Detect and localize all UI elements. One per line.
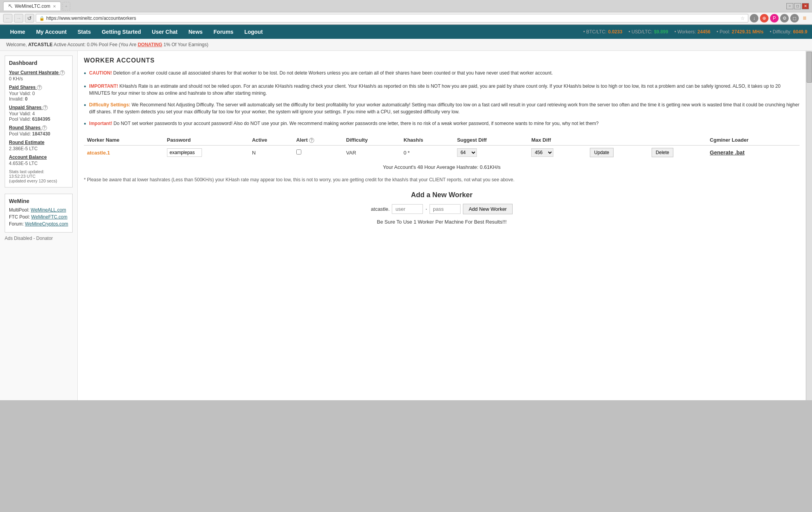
update-button[interactable]: Update bbox=[590, 148, 614, 157]
alert-info-icon[interactable]: ? bbox=[309, 138, 314, 143]
generate-bat-link[interactable]: Generate .bat bbox=[710, 149, 744, 156]
worker-suggest-diff-select[interactable]: 64 128 256 512 bbox=[457, 148, 477, 157]
scrollbar-thumb[interactable] bbox=[807, 52, 812, 83]
worker-table-header-row: Worker Name Password Active Alert ? Diff… bbox=[84, 135, 800, 146]
unpaid-shares-pool-valid: Pool Valid: 6184395 bbox=[9, 116, 68, 122]
nav-forums[interactable]: Forums bbox=[208, 25, 239, 39]
wemine-title: WeMine bbox=[9, 198, 68, 204]
stats-updated-label: Stats last updated: bbox=[9, 169, 68, 174]
important-label-2: Important! bbox=[89, 121, 112, 126]
worker-alert-cell bbox=[293, 146, 343, 160]
toolbar-icon-4[interactable]: ⚙ bbox=[780, 14, 789, 23]
new-tab-btn[interactable]: + bbox=[63, 2, 70, 10]
toolbar-icon-5[interactable]: ◻ bbox=[790, 14, 799, 23]
unpaid-shares-info-icon[interactable]: ? bbox=[43, 105, 48, 110]
add-worker-title: Add a New Worker bbox=[84, 191, 800, 199]
title-bar-left: ⛏ WeMineLTC.com ✕ + bbox=[3, 2, 70, 10]
nav-user-chat[interactable]: User Chat bbox=[146, 25, 183, 39]
worker-suggest-diff-cell: 64 128 256 512 bbox=[454, 146, 528, 160]
toolbar-icon-1[interactable]: ↓ bbox=[750, 14, 758, 23]
close-btn[interactable]: ✕ bbox=[802, 3, 809, 9]
add-worker-prefix: atcastle. bbox=[371, 206, 389, 212]
delete-button[interactable]: Delete bbox=[652, 148, 674, 157]
bookmark-icon[interactable]: ☆ bbox=[741, 16, 745, 21]
th-suggest-diff: Suggest Diff bbox=[454, 135, 528, 146]
worker-difficulty-cell: VAR bbox=[343, 146, 400, 160]
round-shares-title: Round Shares ? bbox=[9, 125, 68, 130]
add-new-worker-button[interactable]: Add New Worker bbox=[463, 204, 513, 214]
welcome-donating-prefix: (You Are bbox=[119, 42, 138, 47]
menu-icon[interactable]: ≡ bbox=[800, 14, 809, 23]
browser-tab[interactable]: ⛏ WeMineLTC.com ✕ bbox=[3, 2, 61, 10]
bullet-3: • bbox=[84, 101, 86, 115]
worker-alert-checkbox[interactable] bbox=[296, 149, 301, 154]
new-worker-pass-input[interactable] bbox=[429, 204, 461, 214]
new-worker-name-input[interactable] bbox=[392, 204, 423, 214]
hashrate-line: Your Account's 48 Hour Average Hashrate:… bbox=[84, 164, 800, 170]
window-controls: − □ ✕ bbox=[786, 3, 809, 9]
worker-password-input[interactable] bbox=[167, 148, 202, 157]
nav-stat-difficulty: • Difficulty: 6049.9 bbox=[770, 29, 807, 35]
wemine-forum-row: Forum: WeMineCryptos.com bbox=[9, 221, 68, 227]
nav-stats[interactable]: Stats bbox=[72, 25, 96, 39]
sidebar-account-balance: Account Balance 4.653E-5 LTC bbox=[9, 154, 68, 166]
toolbar-icon-3[interactable]: P bbox=[770, 14, 779, 23]
minimize-btn[interactable]: − bbox=[786, 3, 793, 9]
bullet-2: • bbox=[84, 82, 86, 97]
account-balance-title: Account Balance bbox=[9, 154, 68, 160]
donating-link[interactable]: DONATING bbox=[138, 42, 162, 47]
caution-item-2: • IMPORTANT! KHash/s Rate is an estimate… bbox=[84, 83, 800, 97]
wemine-multipool-link[interactable]: WeMineALL.com bbox=[31, 207, 66, 213]
caution-text-1: CAUTION! Deletion of a worker could caus… bbox=[89, 69, 553, 78]
scrollbar-track[interactable] bbox=[806, 51, 812, 400]
info-list: • CAUTION! Deletion of a worker could ca… bbox=[84, 69, 800, 128]
worker-table: Worker Name Password Active Alert ? Diff… bbox=[84, 135, 800, 160]
nav-news[interactable]: News bbox=[183, 25, 208, 39]
round-estimate-title: Round Estimate bbox=[9, 140, 68, 145]
th-active: Active bbox=[249, 135, 293, 146]
account-balance-value: 4.653E-5 LTC bbox=[9, 161, 68, 166]
dashboard-section: Dashboard Your Current Hashrate ? 0 KH/s… bbox=[5, 56, 73, 187]
forward-btn[interactable]: → bbox=[14, 14, 23, 23]
stats-updated-time: 13:52:23 UTC bbox=[9, 174, 68, 179]
nav-my-account[interactable]: My Account bbox=[31, 25, 72, 39]
nav-stat-pool: • Pool: 27429.31 MH/s bbox=[716, 29, 763, 35]
nav-getting-started[interactable]: Getting Started bbox=[96, 25, 146, 39]
worker-name-cell: atcastle.1 bbox=[84, 146, 164, 160]
nav-stats-bar: • BTC/LTC: 0.0233 • USD/LTC: $9.899 • Wo… bbox=[583, 29, 807, 35]
wemine-multipool-row: MultiPool: WeMineALL.com bbox=[9, 207, 68, 213]
worker-name-link[interactable]: atcastle.1 bbox=[87, 150, 110, 156]
wemine-section: WeMine MultiPool: WeMineALL.com FTC Pool… bbox=[5, 194, 73, 233]
address-bar[interactable]: 🔒 https://www.wemineltc.com/accountworke… bbox=[36, 14, 748, 23]
worker-max-diff-select[interactable]: 456 512 1024 bbox=[531, 148, 553, 157]
back-btn[interactable]: ← bbox=[3, 14, 12, 23]
bullet-4: • bbox=[84, 119, 86, 128]
hashrate-info-icon[interactable]: ? bbox=[60, 70, 65, 75]
tab-close-btn[interactable]: ✕ bbox=[53, 4, 56, 9]
reload-btn[interactable]: ↺ bbox=[25, 14, 34, 23]
nav-home[interactable]: Home bbox=[5, 25, 31, 39]
welcome-prefix: Welcome, bbox=[6, 42, 28, 47]
caution-label-1: CAUTION! bbox=[89, 70, 112, 76]
tab-title: WeMineLTC.com bbox=[15, 3, 50, 9]
nav-logout[interactable]: Logout bbox=[239, 25, 268, 39]
restore-btn[interactable]: □ bbox=[794, 3, 801, 9]
worker-cgminer-cell: Generate .bat bbox=[707, 146, 800, 160]
add-worker-section: Add a New Worker atcastle. · Add New Wor… bbox=[84, 191, 800, 225]
worker-khash-value: 0 * bbox=[403, 150, 410, 156]
th-actions-2 bbox=[649, 135, 707, 146]
round-shares-pool-valid: Pool Valid: 1847430 bbox=[9, 131, 68, 137]
table-row: atcastle.1 N VAR 0 * bbox=[84, 146, 800, 160]
wemine-multipool-label: MultiPool: bbox=[9, 207, 31, 213]
round-shares-info-icon[interactable]: ? bbox=[42, 125, 47, 130]
sidebar-hashrate: Your Current Hashrate ? 0 KH/s bbox=[9, 70, 68, 82]
toolbar-icon-2[interactable]: ⊕ bbox=[760, 14, 769, 23]
wemine-forum-link[interactable]: WeMineCryptos.com bbox=[25, 221, 68, 227]
paid-shares-info-icon[interactable]: ? bbox=[37, 85, 42, 90]
welcome-donating-suffix: 1% Of Your Earnings) bbox=[163, 42, 208, 47]
wemine-ftc-link[interactable]: WeMineFTC.com bbox=[31, 214, 67, 220]
add-worker-form: atcastle. · Add New Worker bbox=[84, 204, 800, 214]
th-actions-1 bbox=[587, 135, 649, 146]
caution-text-3: Difficulty Settings: We Recommend Not Ad… bbox=[89, 101, 800, 115]
stats-updated: Stats last updated: 13:52:23 UTC (update… bbox=[9, 169, 68, 183]
